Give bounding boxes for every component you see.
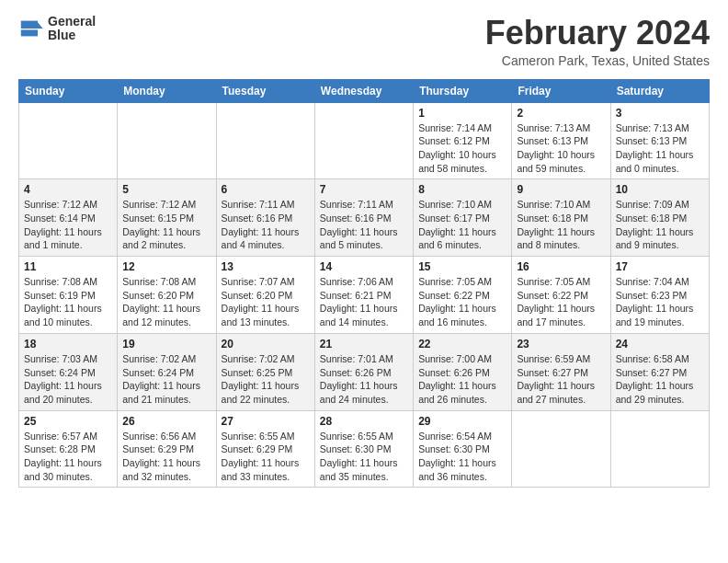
day-info: Sunrise: 7:10 AM Sunset: 6:17 PM Dayligh… bbox=[418, 198, 506, 252]
day-info: Sunrise: 6:56 AM Sunset: 6:29 PM Dayligh… bbox=[122, 430, 210, 484]
calendar-cell: 11Sunrise: 7:08 AM Sunset: 6:19 PM Dayli… bbox=[19, 257, 118, 334]
day-info: Sunrise: 7:12 AM Sunset: 6:14 PM Dayligh… bbox=[24, 198, 112, 252]
day-number: 9 bbox=[517, 183, 605, 196]
day-number: 19 bbox=[122, 338, 210, 350]
day-number: 17 bbox=[616, 260, 704, 273]
calendar-cell: 17Sunrise: 7:04 AM Sunset: 6:23 PM Dayli… bbox=[610, 257, 709, 334]
day-number: 20 bbox=[222, 338, 310, 350]
day-number: 14 bbox=[320, 260, 408, 273]
day-number: 5 bbox=[122, 183, 210, 196]
weekday-header-sunday: Sunday bbox=[19, 79, 118, 102]
calendar-cell bbox=[610, 410, 709, 488]
logo: General Blue bbox=[18, 15, 96, 43]
weekday-header-thursday: Thursday bbox=[414, 79, 512, 102]
day-number: 21 bbox=[320, 338, 408, 350]
day-number: 27 bbox=[222, 415, 310, 428]
title-block: February 2024 Cameron Park, Texas, Unite… bbox=[485, 15, 710, 68]
day-number: 23 bbox=[517, 338, 605, 350]
month-title: February 2024 bbox=[485, 15, 710, 52]
logo-text: General Blue bbox=[48, 15, 96, 43]
calendar-cell: 14Sunrise: 7:06 AM Sunset: 6:21 PM Dayli… bbox=[314, 257, 413, 334]
day-info: Sunrise: 7:07 AM Sunset: 6:20 PM Dayligh… bbox=[222, 275, 310, 329]
day-number: 25 bbox=[24, 415, 112, 428]
day-number: 11 bbox=[24, 260, 112, 273]
day-info: Sunrise: 7:12 AM Sunset: 6:15 PM Dayligh… bbox=[122, 198, 210, 252]
calendar-table: SundayMondayTuesdayWednesdayThursdayFrid… bbox=[18, 79, 710, 488]
calendar-week-row: 18Sunrise: 7:03 AM Sunset: 6:24 PM Dayli… bbox=[19, 333, 710, 410]
weekday-header-saturday: Saturday bbox=[610, 79, 709, 102]
calendar-body: 1Sunrise: 7:14 AM Sunset: 6:12 PM Daylig… bbox=[19, 102, 710, 488]
calendar-cell: 10Sunrise: 7:09 AM Sunset: 6:18 PM Dayli… bbox=[610, 179, 709, 257]
logo-line1: General bbox=[48, 15, 96, 29]
day-info: Sunrise: 7:02 AM Sunset: 6:25 PM Dayligh… bbox=[222, 352, 310, 407]
calendar-cell: 4Sunrise: 7:12 AM Sunset: 6:14 PM Daylig… bbox=[19, 179, 118, 257]
calendar-cell: 21Sunrise: 7:01 AM Sunset: 6:26 PM Dayli… bbox=[314, 333, 413, 410]
day-info: Sunrise: 7:08 AM Sunset: 6:20 PM Dayligh… bbox=[122, 275, 210, 329]
day-info: Sunrise: 6:59 AM Sunset: 6:27 PM Dayligh… bbox=[517, 352, 605, 407]
logo-line2: Blue bbox=[48, 29, 96, 42]
weekday-header-monday: Monday bbox=[118, 79, 216, 102]
day-number: 10 bbox=[616, 183, 704, 196]
day-number: 22 bbox=[418, 338, 506, 350]
calendar-cell: 25Sunrise: 6:57 AM Sunset: 6:28 PM Dayli… bbox=[19, 410, 118, 488]
day-number: 6 bbox=[222, 183, 310, 196]
calendar-cell: 5Sunrise: 7:12 AM Sunset: 6:15 PM Daylig… bbox=[118, 179, 216, 257]
calendar-cell bbox=[19, 102, 118, 179]
calendar-cell: 23Sunrise: 6:59 AM Sunset: 6:27 PM Dayli… bbox=[512, 333, 610, 410]
day-info: Sunrise: 7:03 AM Sunset: 6:24 PM Dayligh… bbox=[24, 352, 112, 407]
day-info: Sunrise: 6:55 AM Sunset: 6:29 PM Dayligh… bbox=[222, 430, 310, 484]
calendar-cell: 28Sunrise: 6:55 AM Sunset: 6:30 PM Dayli… bbox=[314, 410, 413, 488]
svg-rect-1 bbox=[21, 21, 38, 29]
day-info: Sunrise: 7:09 AM Sunset: 6:18 PM Dayligh… bbox=[616, 198, 704, 252]
calendar-cell: 1Sunrise: 7:14 AM Sunset: 6:12 PM Daylig… bbox=[414, 102, 512, 179]
calendar-week-row: 11Sunrise: 7:08 AM Sunset: 6:19 PM Dayli… bbox=[19, 257, 710, 334]
day-info: Sunrise: 6:57 AM Sunset: 6:28 PM Dayligh… bbox=[24, 430, 112, 484]
day-info: Sunrise: 7:14 AM Sunset: 6:12 PM Dayligh… bbox=[418, 121, 506, 176]
day-info: Sunrise: 6:55 AM Sunset: 6:30 PM Dayligh… bbox=[320, 430, 408, 484]
calendar-cell: 8Sunrise: 7:10 AM Sunset: 6:17 PM Daylig… bbox=[414, 179, 512, 257]
day-number: 1 bbox=[418, 107, 506, 120]
weekday-header-friday: Friday bbox=[512, 79, 610, 102]
day-number: 29 bbox=[418, 415, 506, 428]
day-info: Sunrise: 7:08 AM Sunset: 6:19 PM Dayligh… bbox=[24, 275, 112, 329]
day-number: 15 bbox=[418, 260, 506, 273]
calendar-cell: 26Sunrise: 6:56 AM Sunset: 6:29 PM Dayli… bbox=[118, 410, 216, 488]
day-number: 13 bbox=[222, 260, 310, 273]
calendar-cell: 19Sunrise: 7:02 AM Sunset: 6:24 PM Dayli… bbox=[118, 333, 216, 410]
calendar-cell: 29Sunrise: 6:54 AM Sunset: 6:30 PM Dayli… bbox=[414, 410, 512, 488]
calendar-cell: 18Sunrise: 7:03 AM Sunset: 6:24 PM Dayli… bbox=[19, 333, 118, 410]
day-number: 8 bbox=[418, 183, 506, 196]
calendar-cell: 2Sunrise: 7:13 AM Sunset: 6:13 PM Daylig… bbox=[512, 102, 610, 179]
day-number: 3 bbox=[616, 107, 704, 120]
calendar-week-row: 1Sunrise: 7:14 AM Sunset: 6:12 PM Daylig… bbox=[19, 102, 710, 179]
calendar-cell: 12Sunrise: 7:08 AM Sunset: 6:20 PM Dayli… bbox=[118, 257, 216, 334]
day-info: Sunrise: 7:13 AM Sunset: 6:13 PM Dayligh… bbox=[616, 121, 704, 176]
calendar-cell: 20Sunrise: 7:02 AM Sunset: 6:25 PM Dayli… bbox=[216, 333, 314, 410]
day-info: Sunrise: 7:00 AM Sunset: 6:26 PM Dayligh… bbox=[418, 352, 506, 407]
page-header: General Blue February 2024 Cameron Park,… bbox=[18, 15, 710, 68]
day-info: Sunrise: 7:11 AM Sunset: 6:16 PM Dayligh… bbox=[222, 198, 310, 252]
calendar-cell: 27Sunrise: 6:55 AM Sunset: 6:29 PM Dayli… bbox=[216, 410, 314, 488]
weekday-header-row: SundayMondayTuesdayWednesdayThursdayFrid… bbox=[19, 79, 710, 102]
day-info: Sunrise: 7:11 AM Sunset: 6:16 PM Dayligh… bbox=[320, 198, 408, 252]
day-number: 2 bbox=[517, 107, 605, 120]
calendar-cell: 22Sunrise: 7:00 AM Sunset: 6:26 PM Dayli… bbox=[414, 333, 512, 410]
day-number: 4 bbox=[24, 183, 112, 196]
day-number: 24 bbox=[616, 338, 704, 350]
svg-rect-2 bbox=[21, 30, 38, 37]
day-info: Sunrise: 7:05 AM Sunset: 6:22 PM Dayligh… bbox=[418, 275, 506, 329]
day-info: Sunrise: 6:58 AM Sunset: 6:27 PM Dayligh… bbox=[616, 352, 704, 407]
day-info: Sunrise: 7:05 AM Sunset: 6:22 PM Dayligh… bbox=[517, 275, 605, 329]
day-number: 7 bbox=[320, 183, 408, 196]
calendar-cell: 7Sunrise: 7:11 AM Sunset: 6:16 PM Daylig… bbox=[314, 179, 413, 257]
calendar-cell: 13Sunrise: 7:07 AM Sunset: 6:20 PM Dayli… bbox=[216, 257, 314, 334]
calendar-week-row: 25Sunrise: 6:57 AM Sunset: 6:28 PM Dayli… bbox=[19, 410, 710, 488]
calendar-cell: 16Sunrise: 7:05 AM Sunset: 6:22 PM Dayli… bbox=[512, 257, 610, 334]
calendar-cell bbox=[512, 410, 610, 488]
calendar-cell bbox=[118, 102, 216, 179]
day-info: Sunrise: 7:10 AM Sunset: 6:18 PM Dayligh… bbox=[517, 198, 605, 252]
calendar-cell: 15Sunrise: 7:05 AM Sunset: 6:22 PM Dayli… bbox=[414, 257, 512, 334]
day-info: Sunrise: 6:54 AM Sunset: 6:30 PM Dayligh… bbox=[418, 430, 506, 484]
calendar-week-row: 4Sunrise: 7:12 AM Sunset: 6:14 PM Daylig… bbox=[19, 179, 710, 257]
weekday-header-wednesday: Wednesday bbox=[314, 79, 413, 102]
